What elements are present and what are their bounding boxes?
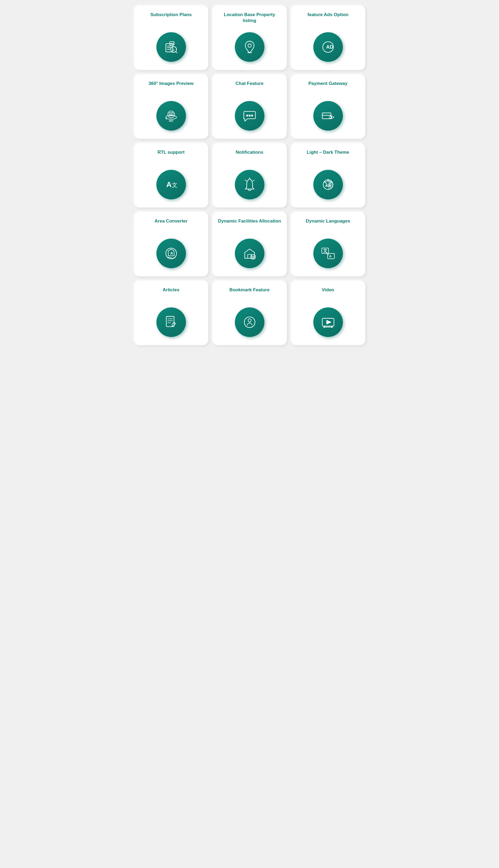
svg-marker-44 [327,320,331,325]
card-title-notifications: Notifications [236,149,263,163]
feature-card-location-base-property: Location Base Property listing [212,5,287,70]
feature-card-bookmark-feature: Bookmark Feature [212,281,287,345]
icon-circle-subscription-plans: S SUB [156,32,186,62]
svg-point-17 [246,115,248,116]
card-title-dynamic-facilities: Dynamic Facilities Allocation [218,218,281,232]
svg-text:AD: AD [326,44,333,50]
card-title-rtl-support: RTL support [157,149,185,163]
icon-circle-notifications [235,170,265,199]
icon-circle-bookmark-feature [235,307,265,337]
svg-point-46 [324,327,325,328]
feature-card-articles: Articles [134,281,208,345]
svg-point-9 [248,44,251,47]
card-title-payment-gateway: Payment Gateway [308,81,348,95]
feature-card-dynamic-facilities: Dynamic Facilities Allocation [212,212,287,276]
card-title-360-images-preview: 360° Images Preview [149,81,194,95]
card-title-feature-ads-option: feature Ads Option [307,12,348,26]
feature-card-notifications: Notifications [212,143,287,207]
svg-line-6 [175,51,177,53]
icon-circle-light-dark-theme [313,170,343,199]
card-title-dynamic-languages: Dynamic Languages [306,218,350,232]
svg-rect-37 [166,316,174,327]
feature-card-dynamic-languages: Dynamic Languages 文 A [291,212,365,276]
card-title-area-converter: Area Converter [155,218,187,232]
icon-circle-area-converter: A [156,239,186,268]
feature-card-360-images-preview: 360° Images Preview 360° [134,74,208,139]
svg-point-19 [251,115,253,116]
svg-text:S: S [172,48,174,51]
card-title-articles: Articles [162,287,179,301]
feature-card-light-dark-theme: Light – Dark Theme [291,143,365,207]
card-title-subscription-plans: Subscription Plans [150,12,192,26]
feature-card-area-converter: Area Converter A [134,212,208,276]
svg-text:SUB: SUB [170,42,174,45]
feature-card-rtl-support: RTL support A 文 [134,143,208,207]
card-title-video: Video [322,287,334,301]
svg-text:A: A [166,180,171,189]
card-title-location-base-property: Location Base Property listing [217,12,282,26]
svg-text:文: 文 [171,182,177,188]
feature-card-payment-gateway: Payment Gateway [291,74,365,139]
feature-card-subscription-plans: Subscription Plans S SUB [134,5,208,70]
features-grid: Subscription Plans S SUB Location Base P… [134,5,365,345]
feature-card-video: Video [291,281,365,345]
svg-text:文: 文 [323,248,327,253]
icon-circle-dynamic-facilities [235,239,265,268]
icon-circle-rtl-support: A 文 [156,170,186,199]
svg-text:360°: 360° [169,120,174,122]
feature-card-chat-feature: Chat Feature [212,74,287,139]
feature-card-feature-ads-option: feature Ads Option AD [291,5,365,70]
icon-circle-location-base-property [235,32,265,62]
svg-point-47 [331,327,332,328]
card-title-bookmark-feature: Bookmark Feature [230,287,269,301]
card-title-chat-feature: Chat Feature [236,81,264,95]
icon-circle-feature-ads-option: AD [313,32,343,62]
icon-circle-video [313,307,343,337]
svg-text:A: A [170,251,173,255]
icon-circle-articles [156,307,186,337]
svg-rect-20 [322,113,331,119]
icon-circle-chat-feature [235,101,265,131]
svg-point-18 [249,115,250,116]
svg-point-15 [170,113,172,115]
icon-circle-360-images-preview: 360° [156,101,186,131]
svg-point-13 [168,111,174,118]
icon-circle-payment-gateway [313,101,343,131]
svg-text:A: A [329,255,331,258]
card-title-light-dark-theme: Light – Dark Theme [307,149,349,163]
icon-circle-dynamic-languages: 文 A [313,239,343,268]
